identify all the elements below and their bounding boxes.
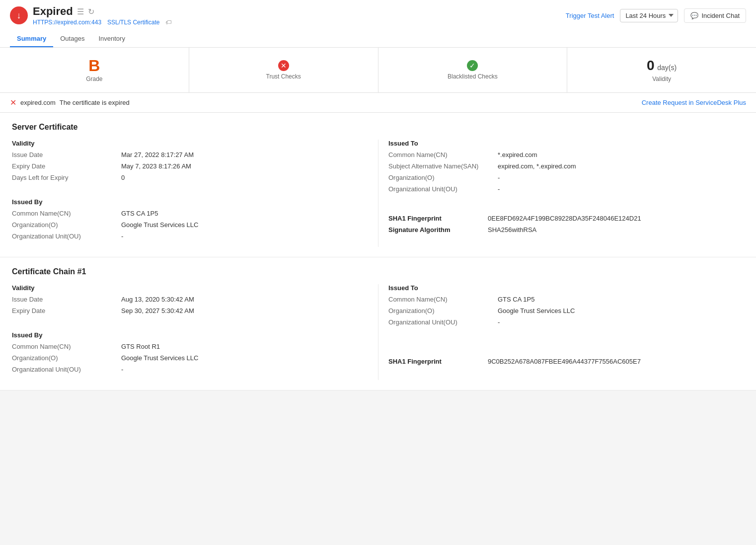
chain1-expiry-date-row: Expiry Date Sep 30, 2027 5:30:42 AM [12, 307, 368, 314]
chain1-grid: Validity Issue Date Aug 13, 2020 5:30:42… [12, 284, 744, 380]
issued-to-san-row: Subject Alternative Name(SAN) expired.co… [388, 162, 734, 170]
validity-group: Validity Issue Date Mar 27, 2022 8:17:27… [12, 140, 368, 181]
header-left: ↓ Expired ☰ ↻ HTTPS://expired.com:443 SS… [10, 5, 171, 26]
chain1-issued-to-org-value: Google Trust Services LLC [498, 307, 575, 314]
issued-to-title: Issued To [388, 140, 734, 147]
chain1-expiry-date-value: Sep 30, 2027 5:30:42 AM [121, 307, 194, 314]
header-top: ↓ Expired ☰ ↻ HTTPS://expired.com:443 SS… [10, 5, 746, 29]
validity-group-title: Validity [12, 140, 368, 147]
chain1-issued-by-group: Issued By Common Name(CN) GTS Root R1 Or… [12, 331, 368, 373]
chain1-issued-by-cn-row: Common Name(CN) GTS Root R1 [12, 343, 368, 350]
chain1-sha1-value: 9C0B252A678A087FBEE496A44377F7556AC605E7 [488, 358, 641, 365]
chain1-title: Certificate Chain #1 [12, 267, 744, 276]
alert-error-icon: ✕ [10, 98, 16, 107]
blacklisted-checks-icon: ✓ [467, 60, 478, 71]
chain1-issued-to-cn-row: Common Name(CN) GTS CA 1P5 [388, 296, 734, 303]
chain1-issued-by-title: Issued By [12, 331, 368, 339]
chain1-sha1-fingerprint-row: SHA1 Fingerprint 9C0B252A678A087FBEE496A… [388, 358, 734, 365]
trust-checks-card: ✕ Trust Checks [189, 48, 378, 92]
chain1-right: Issued To Common Name(CN) GTS CA 1P5 Org… [378, 284, 744, 380]
chain1-expiry-date-label: Expiry Date [12, 307, 121, 314]
server-cert-left: Validity Issue Date Mar 27, 2022 8:17:27… [12, 140, 378, 247]
issued-by-org-row: Organization(O) Google Trust Services LL… [12, 221, 368, 229]
issued-to-org-label: Organization(O) [388, 174, 498, 181]
issued-to-cn-value: *.expired.com [498, 151, 537, 158]
title-block: Expired ☰ ↻ HTTPS://expired.com:443 SSL/… [33, 5, 171, 26]
issued-to-org-value: - [498, 174, 500, 181]
sig-algo-row: Signature Algorithm SHA256withRSA [388, 226, 734, 234]
trust-checks-label: Trust Checks [266, 73, 301, 80]
main-content: Server Certificate Validity Issue Date M… [0, 113, 756, 390]
summary-cards: B Grade ✕ Trust Checks ✓ Blacklisted Che… [0, 48, 756, 93]
tab-inventory[interactable]: Inventory [91, 31, 132, 47]
ssl-cert-link[interactable]: SSL/TLS Certificate [107, 19, 159, 26]
server-cert-section: Server Certificate Validity Issue Date M… [0, 113, 756, 257]
chain1-issued-to-cn-label: Common Name(CN) [388, 296, 498, 303]
sig-algo-label: Signature Algorithm [388, 226, 488, 234]
chain1-issued-by-org-value: Google Trust Services LLC [121, 354, 198, 362]
validity-unit: day(s) [657, 64, 677, 72]
expiry-date-row: Expiry Date May 7, 2023 8:17:26 AM [12, 162, 368, 170]
monitor-title: Expired [33, 5, 73, 18]
chain1-issued-by-cn-value: GTS Root R1 [121, 343, 160, 350]
chain1-issue-date-label: Issue Date [12, 296, 121, 303]
nav-tabs: Summary Outages Inventory [10, 31, 746, 47]
chain1-issued-by-ou-label: Organizational Unit(OU) [12, 366, 121, 373]
blacklisted-checks-card: ✓ Blacklisted Checks [378, 48, 568, 92]
header-right: Trigger Test Alert Last 24 Hours 💬 Incid… [566, 8, 746, 23]
trust-checks-icon: ✕ [278, 60, 289, 71]
time-range-select[interactable]: Last 24 Hours [620, 9, 678, 22]
issued-by-org-value: Google Trust Services LLC [121, 221, 198, 229]
menu-icon[interactable]: ☰ [77, 7, 84, 16]
validity-number: 0 [647, 58, 655, 73]
validity-label: Validity [652, 76, 671, 82]
sig-algo-value: SHA256withRSA [488, 226, 536, 234]
refresh-icon[interactable]: ↻ [88, 7, 94, 16]
chain1-issued-by-org-label: Organization(O) [12, 354, 121, 362]
expiry-date-value: May 7, 2023 8:17:26 AM [121, 162, 191, 170]
chain1-issued-to-title: Issued To [388, 284, 734, 292]
create-request-link[interactable]: Create Request in ServiceDesk Plus [642, 99, 746, 106]
alert-message: The certificate is expired [60, 99, 130, 106]
issued-by-cn-label: Common Name(CN) [12, 210, 121, 217]
chain1-validity-title: Validity [12, 284, 368, 292]
alert-left: ✕ expired.com The certificate is expired [10, 98, 130, 107]
grade-value: B [88, 58, 100, 74]
issued-to-san-value: expired.com, *.expired.com [498, 162, 576, 170]
chain1-issue-date-value: Aug 13, 2020 5:30:42 AM [121, 296, 194, 303]
days-left-row: Days Left for Expiry 0 [12, 174, 368, 181]
validity-card: 0 day(s) Validity [567, 48, 756, 92]
issue-date-label: Issue Date [12, 151, 121, 158]
chain1-issued-by-org-row: Organization(O) Google Trust Services LL… [12, 354, 368, 362]
issued-to-ou-label: Organizational Unit(OU) [388, 185, 498, 193]
chain1-issued-to-group: Issued To Common Name(CN) GTS CA 1P5 Org… [388, 284, 734, 326]
chain1-section: Certificate Chain #1 Validity Issue Date… [0, 257, 756, 390]
chain1-issued-to-ou-value: - [498, 318, 500, 326]
issue-date-value: Mar 27, 2022 8:17:27 AM [121, 151, 194, 158]
chain1-issued-by-ou-value: - [121, 366, 123, 373]
title-row: Expired ☰ ↻ [33, 5, 171, 18]
issued-by-cn-row: Common Name(CN) GTS CA 1P5 [12, 210, 368, 217]
server-cert-grid: Validity Issue Date Mar 27, 2022 8:17:27… [12, 140, 744, 247]
sha1-value: 0EE8FD692A4F199BC89228DA35F248046E124D21 [488, 215, 641, 222]
subtitle-row: HTTPS://expired.com:443 SSL/TLS Certific… [33, 19, 171, 26]
chain1-issued-by-ou-row: Organizational Unit(OU) - [12, 366, 368, 373]
incident-chat-button[interactable]: 💬 Incident Chat [684, 8, 746, 23]
issued-to-group: Issued To Common Name(CN) *.expired.com … [388, 140, 734, 193]
alert-domain: expired.com [20, 99, 56, 106]
incident-chat-label: Incident Chat [701, 12, 740, 19]
issued-to-ou-row: Organizational Unit(OU) - [388, 185, 734, 193]
chain1-issued-to-ou-label: Organizational Unit(OU) [388, 318, 498, 326]
issued-by-ou-row: Organizational Unit(OU) - [12, 233, 368, 240]
trigger-test-alert-link[interactable]: Trigger Test Alert [566, 12, 614, 19]
monitor-url-link[interactable]: HTTPS://expired.com:443 [33, 19, 101, 26]
chain1-issued-to-ou-row: Organizational Unit(OU) - [388, 318, 734, 326]
issued-by-org-label: Organization(O) [12, 221, 121, 229]
issued-to-san-label: Subject Alternative Name(SAN) [388, 162, 498, 170]
tab-summary[interactable]: Summary [10, 31, 53, 47]
issued-by-group: Issued By Common Name(CN) GTS CA 1P5 Org… [12, 198, 368, 240]
days-left-value: 0 [121, 174, 125, 181]
expiry-date-label: Expiry Date [12, 162, 121, 170]
tab-outages[interactable]: Outages [53, 31, 91, 47]
issued-to-org-row: Organization(O) - [388, 174, 734, 181]
